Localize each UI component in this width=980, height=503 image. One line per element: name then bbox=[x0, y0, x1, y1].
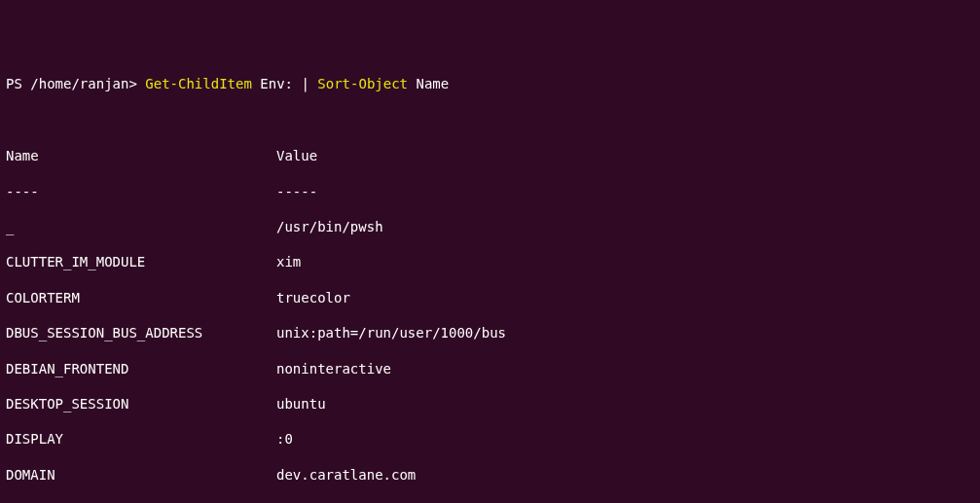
env-name: DBUS_SESSION_BUS_ADDRESS bbox=[6, 324, 276, 341]
table-row: DESKTOP_SESSIONubuntu bbox=[6, 395, 974, 413]
env-value: unix:path=/run/user/1000/bus bbox=[276, 324, 974, 341]
header-value: Value bbox=[276, 147, 974, 164]
env-name: CLUTTER_IM_MODULE bbox=[6, 253, 276, 270]
env-value: dev.caratlane.com bbox=[276, 466, 974, 484]
table-row: DBUS_SESSION_BUS_ADDRESSunix:path=/run/u… bbox=[6, 324, 974, 341]
env-name: DOMAIN bbox=[6, 466, 276, 484]
cmd-arg-env-pipe: Env: | bbox=[252, 76, 317, 91]
env-value: xim bbox=[276, 253, 974, 270]
header-name: Name bbox=[6, 147, 276, 164]
env-name: _ bbox=[6, 218, 276, 235]
cmdlet-get-childitem: Get-ChildItem bbox=[145, 76, 252, 91]
header-name-underline: ---- bbox=[6, 183, 276, 200]
env-name: DEBIAN_FRONTEND bbox=[6, 360, 276, 377]
table-row: DISPLAY:0 bbox=[6, 430, 974, 448]
env-value: noninteractive bbox=[276, 360, 974, 377]
env-value: /usr/bin/pwsh bbox=[276, 218, 974, 235]
table-header-row: NameValue bbox=[6, 147, 974, 164]
command-prompt-line[interactable]: PS /home/ranjan> Get-ChildItem Env: | So… bbox=[6, 75, 974, 92]
table-row: _/usr/bin/pwsh bbox=[6, 218, 974, 235]
env-name: COLORTERM bbox=[6, 289, 276, 306]
cmd-arg-name: Name bbox=[408, 76, 449, 91]
header-value-underline: ----- bbox=[276, 183, 974, 200]
env-value: :0 bbox=[276, 430, 974, 448]
cmdlet-sort-object: Sort-Object bbox=[317, 76, 408, 91]
env-name: DESKTOP_SESSION bbox=[6, 395, 276, 413]
table-row: CLUTTER_IM_MODULExim bbox=[6, 253, 974, 270]
table-row: DOMAINdev.caratlane.com bbox=[6, 466, 974, 484]
blank-line bbox=[6, 112, 974, 129]
prompt-prefix: PS /home/ranjan> bbox=[6, 76, 145, 91]
table-header-underline: --------- bbox=[6, 183, 974, 200]
env-value: ubuntu bbox=[276, 395, 974, 413]
env-value: truecolor bbox=[276, 289, 974, 306]
table-row: DEBIAN_FRONTENDnoninteractive bbox=[6, 360, 974, 377]
env-name: DISPLAY bbox=[6, 430, 276, 448]
table-row: COLORTERMtruecolor bbox=[6, 289, 974, 306]
